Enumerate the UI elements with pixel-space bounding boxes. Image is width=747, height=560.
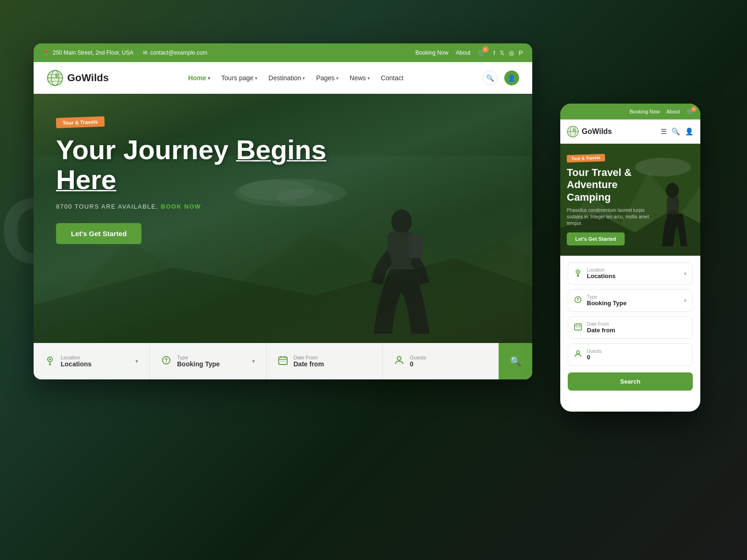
guests-field[interactable]: Guests 0 (383, 343, 499, 379)
pages-chevron: ▾ (336, 76, 338, 81)
news-chevron: ▾ (367, 76, 370, 81)
hero-cta-button[interactable]: Let's Get Started (56, 223, 141, 244)
top-bar-left: 📍 250 Main Street, 2nd Floor, USA ✉ cont… (43, 49, 207, 56)
svg-point-47 (578, 327, 578, 328)
pinterest-icon[interactable]: P (519, 49, 523, 56)
nav-action-icons: 🔍 👤 (483, 70, 519, 85)
svg-point-48 (579, 327, 580, 328)
mobile-hero-desc: Phasellus condimentum laoreet turpis sod… (567, 207, 651, 227)
date-label: Date From (294, 355, 324, 360)
search-bar: Location Locations ▾ Type Booking Type (34, 343, 532, 379)
mobile-date-label: Date From (587, 322, 615, 327)
hero-title: Your Journey Begins Here (56, 135, 355, 195)
logo-text: GoWilds (67, 72, 109, 84)
twitter-icon[interactable]: 𝕏 (500, 49, 504, 56)
mobile-menu-icon[interactable]: ☰ (661, 127, 667, 136)
address-item: 📍 250 Main Street, 2nd Floor, USA (43, 49, 134, 56)
nav-pages[interactable]: Pages ▾ (316, 74, 338, 82)
address-text: 250 Main Street, 2nd Floor, USA (53, 49, 134, 56)
guests-label: Guests (410, 355, 426, 360)
hero-title-part1: Your Journey (56, 134, 236, 165)
tours-chevron: ▾ (255, 76, 257, 81)
mobile-about-link[interactable]: About (666, 109, 680, 114)
nav-destination[interactable]: Destination ▾ (268, 74, 305, 82)
desktop-card: 📍 250 Main Street, 2nd Floor, USA ✉ cont… (34, 43, 532, 379)
nav-tours[interactable]: Tours page ▾ (221, 74, 257, 82)
date-value: Date from (294, 360, 324, 368)
mobile-guests-text: Guests 0 (587, 349, 602, 361)
mobile-guests-icon (574, 350, 582, 360)
svg-point-25 (282, 361, 283, 362)
nav-contact[interactable]: Contact (381, 74, 403, 82)
type-label: Type (177, 355, 220, 360)
type-field[interactable]: Type Booking Type ▾ (150, 343, 266, 379)
mobile-location-text: Location Locations (587, 267, 615, 280)
mobile-guests-field[interactable]: Guests 0 (568, 343, 693, 366)
mobile-hero-badge: Tour & Travels (567, 154, 605, 163)
hero-badge: Tour & Travels (56, 116, 105, 128)
date-field-text: Date From Date from (294, 355, 324, 368)
mobile-user-icon[interactable]: 👤 (685, 127, 694, 136)
location-field[interactable]: Location Locations ▾ (34, 343, 150, 379)
mobile-cart[interactable]: 🛒 0 (686, 108, 694, 115)
destination-chevron: ▾ (303, 76, 305, 81)
mobile-nav: GoWilds ☰ 🔍 👤 (560, 119, 700, 144)
hero-subtitle-prefix: 8700 TOURS ARE AVAILABLE, (56, 203, 158, 210)
svg-point-24 (281, 361, 282, 362)
svg-point-17 (49, 358, 51, 360)
logo[interactable]: GoWilds (47, 70, 109, 86)
social-icons: f 𝕏 ◎ P (493, 49, 523, 56)
top-bar: 📍 250 Main Street, 2nd Floor, USA ✉ cont… (34, 43, 532, 62)
instagram-icon[interactable]: ◎ (509, 49, 514, 56)
mobile-hero-title: Tour Travel & Adventure Camping (567, 167, 660, 203)
svg-point-26 (284, 361, 285, 362)
nav-menu: Home ▾ Tours page ▾ Destination ▾ Pages … (188, 74, 403, 82)
search-button[interactable]: 🔍 (483, 70, 498, 85)
type-value: Booking Type (177, 360, 220, 368)
nav-home[interactable]: Home ▾ (188, 74, 210, 82)
facebook-icon[interactable]: f (493, 49, 495, 56)
mobile-logo[interactable]: GoWilds (567, 126, 612, 138)
mobile-logo-text: GoWilds (582, 127, 612, 136)
mobile-location-icon (574, 268, 582, 279)
email-icon: ✉ (143, 49, 148, 56)
mobile-location-value: Locations (587, 273, 615, 280)
mobile-date-field[interactable]: Date From Date from (568, 316, 693, 339)
about-link[interactable]: About (456, 49, 470, 56)
mobile-date-text: Date From Date from (587, 322, 615, 334)
mobile-date-value: Date from (587, 327, 615, 334)
mobile-top-bar: Booking Now About 🛒 0 (560, 104, 700, 119)
mobile-type-label: Type (587, 294, 627, 300)
mobile-type-field[interactable]: Type Booking Type ▾ (568, 289, 693, 312)
mobile-card: Booking Now About 🛒 0 GoWilds ☰ 🔍 👤 (560, 104, 700, 412)
search-submit-button[interactable]: 🔍 (499, 343, 532, 379)
email-text: contact@example.com (150, 49, 207, 56)
nav-news[interactable]: News ▾ (350, 74, 370, 82)
location-pin-icon: 📍 (43, 49, 50, 56)
date-field-icon (278, 355, 288, 368)
mobile-search-icon[interactable]: 🔍 (671, 127, 680, 136)
mobile-search-button[interactable]: Search (568, 372, 693, 391)
location-chevron-icon: ▾ (135, 358, 138, 364)
location-label: Location (61, 355, 92, 360)
location-field-text: Location Locations (61, 355, 92, 368)
mobile-location-field[interactable]: Location Locations ▾ (568, 262, 693, 285)
svg-point-39 (577, 271, 578, 273)
svg-point-46 (576, 327, 577, 328)
mobile-search-form: Location Locations ▾ Type Booking Type ▾ (560, 256, 700, 397)
user-button[interactable]: 👤 (504, 70, 519, 85)
location-field-icon (45, 355, 55, 368)
hero-book-now[interactable]: BOOK NOW (161, 203, 201, 210)
booking-now-link[interactable]: Booking Now (416, 49, 449, 56)
guests-value: 0 (410, 360, 426, 368)
mobile-location-label: Location (587, 267, 615, 273)
mobile-type-icon (574, 295, 582, 306)
date-field[interactable]: Date From Date from (267, 343, 383, 379)
cart-wrap[interactable]: 🛒 0 (478, 49, 486, 56)
type-field-text: Type Booking Type (177, 355, 220, 368)
mobile-hero-cta-button[interactable]: Let's Get Started (567, 232, 625, 245)
mobile-booking-link[interactable]: Booking Now (629, 109, 660, 114)
mobile-date-icon (574, 322, 582, 333)
nav-bar: GoWilds Home ▾ Tours page ▾ Destination … (34, 62, 532, 94)
guests-field-text: Guests 0 (410, 355, 426, 368)
